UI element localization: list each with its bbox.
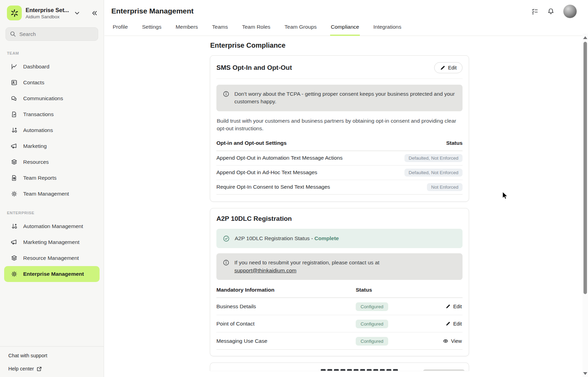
sidebar-item-label: Enterprise Management — [23, 271, 84, 277]
table-row: Point of Contact Configured Edit — [216, 315, 463, 332]
tab-team-groups[interactable]: Team Groups — [284, 24, 317, 36]
table-row: Messaging Use Case Configured View — [216, 332, 463, 350]
a2p-card-header: A2P 10DLC Registration — [216, 208, 463, 225]
search-input[interactable] — [19, 31, 94, 37]
sidebar-item-marketing-management[interactable]: Marketing Management — [4, 234, 100, 250]
support-email-link[interactable]: support@thinkaidium.com — [234, 267, 296, 273]
automation-arrows-icon — [10, 127, 18, 134]
point-of-contact-edit-button[interactable]: Edit — [446, 321, 463, 327]
line-chart-icon — [10, 63, 18, 70]
notifications-bell-icon[interactable] — [547, 8, 555, 16]
optin-table-header: Opt-in and Opt-out Settings Status — [216, 135, 463, 151]
main-area: Enterprise Management Profile Settings M… — [104, 0, 588, 377]
sidebar: Enterprise Set... Aidium Sandbox TEAM — [0, 0, 104, 377]
status-badge: Defaulted, Not Enforced — [404, 169, 463, 177]
sidebar-item-label: Transactions — [23, 111, 54, 117]
tab-teams[interactable]: Teams — [212, 24, 229, 36]
info-icon — [223, 91, 230, 106]
sidebar-item-communications[interactable]: Communications — [4, 91, 100, 106]
external-link-icon — [37, 366, 42, 371]
info-icon — [223, 259, 230, 274]
sidebar-item-label: Resources — [23, 159, 49, 165]
collapse-sidebar-icon[interactable] — [90, 9, 99, 17]
scrollbar-thumb[interactable] — [584, 42, 587, 294]
tab-settings[interactable]: Settings — [141, 24, 162, 36]
vertical-scrollbar — [582, 34, 588, 377]
tab-members[interactable]: Members — [175, 24, 199, 36]
tab-bar: Profile Settings Members Teams Team Role… — [112, 24, 402, 36]
chevron-down-icon[interactable] — [74, 10, 80, 16]
sidebar-item-team-reports[interactable]: Team Reports — [4, 170, 100, 186]
sidebar-item-label: Marketing Management — [23, 239, 80, 245]
workspace-switcher[interactable]: Enterprise Set... Aidium Sandbox — [0, 0, 104, 22]
help-center-label: Help center — [8, 366, 34, 371]
status-badge: Not Enforced — [427, 183, 463, 191]
sidebar-item-marketing[interactable]: Marketing — [4, 138, 100, 154]
configured-badge: Configured — [356, 320, 388, 328]
section-label-team: TEAM — [0, 42, 104, 59]
messaging-use-case-view-button[interactable]: View — [443, 338, 463, 344]
tab-integrations[interactable]: Integrations — [373, 24, 402, 36]
sidebar-item-transactions[interactable]: Transactions — [4, 106, 100, 122]
workspace-name: Enterprise Set... — [26, 7, 69, 13]
sms-description: Build trust with your customers and busi… — [217, 117, 462, 133]
pencil-icon — [446, 304, 450, 309]
sidebar-nav: TEAM Dashboard Contacts Communications — [0, 42, 104, 282]
mandatory-col-info: Mandatory Information — [216, 287, 356, 293]
chat-bubbles-icon — [10, 95, 18, 102]
action-label: View — [451, 338, 462, 344]
help-center-link[interactable]: Help center — [8, 366, 104, 371]
action-label: Edit — [453, 321, 462, 327]
document-icon — [10, 111, 18, 118]
tab-profile[interactable]: Profile — [112, 24, 129, 36]
table-row: Append Opt-Out in Automation Text Messag… — [216, 151, 463, 166]
chat-with-support-link[interactable]: Chat with support — [8, 353, 104, 358]
resubmit-info-text: If you need to resubmit your registratio… — [234, 259, 380, 274]
chat-support-label: Chat with support — [8, 353, 47, 358]
a2p-status-prefix: A2P 10DLC Registration Status - — [235, 235, 315, 241]
a2p-status-text: A2P 10DLC Registration Status - Complete — [235, 235, 339, 242]
resubmit-text: If you need to resubmit your registratio… — [234, 260, 380, 265]
sidebar-item-automation-management[interactable]: Automation Management — [4, 218, 100, 234]
mandatory-table-header: Mandatory Information Status — [216, 281, 463, 298]
sidebar-item-team-management[interactable]: Team Management — [4, 186, 100, 202]
tab-compliance[interactable]: Compliance — [330, 24, 360, 36]
search-box[interactable] — [6, 27, 98, 41]
sidebar-item-contacts[interactable]: Contacts — [4, 75, 100, 91]
sms-card-title: SMS Opt-In and Opt-Out — [216, 64, 292, 72]
table-row: Require Opt-In Consent to Send Text Mess… — [216, 180, 463, 195]
setting-label: Append Opt-Out in Ad-Hoc Text Messages — [216, 169, 317, 176]
sidebar-item-resources[interactable]: Resources — [4, 154, 100, 170]
sidebar-item-resource-management[interactable]: Resource Management — [4, 250, 100, 266]
next-card-partial — [210, 362, 469, 371]
sidebar-item-label: Team Management — [23, 191, 69, 197]
section-heading: Enterprise Compliance — [210, 41, 469, 49]
sms-edit-label: Edit — [448, 65, 457, 70]
sidebar-item-label: Dashboard — [23, 64, 49, 70]
automation-arrows-icon — [10, 223, 18, 230]
sidebar-item-label: Resource Management — [23, 255, 79, 261]
header-actions — [531, 4, 577, 18]
tasks-checklist-icon[interactable] — [531, 8, 539, 15]
contact-card-icon — [10, 79, 18, 86]
megaphone-icon — [10, 239, 18, 246]
pencil-icon — [440, 65, 445, 70]
sidebar-item-dashboard[interactable]: Dashboard — [4, 59, 100, 75]
sidebar-item-label: Automation Management — [23, 223, 83, 229]
sidebar-item-enterprise-management[interactable]: Enterprise Management — [4, 266, 100, 282]
table-row: Business Details Configured Edit — [216, 298, 463, 315]
eye-icon — [443, 338, 448, 344]
user-avatar[interactable] — [563, 4, 577, 18]
sms-edit-button[interactable]: Edit — [434, 62, 463, 73]
business-details-edit-button[interactable]: Edit — [446, 304, 463, 309]
tab-team-roles[interactable]: Team Roles — [241, 24, 271, 36]
megaphone-icon — [10, 143, 18, 150]
scroll-down-arrow[interactable] — [583, 372, 587, 375]
page-title: Enterprise Management — [111, 7, 194, 15]
sms-card-header: SMS Opt-In and Opt-Out Edit — [216, 56, 463, 79]
scroll-up-arrow[interactable] — [583, 36, 587, 39]
app-window: Enterprise Set... Aidium Sandbox TEAM — [0, 0, 588, 377]
report-doc-icon — [10, 175, 18, 181]
optin-col-settings: Opt-in and Opt-out Settings — [216, 140, 287, 146]
sidebar-item-automations[interactable]: Automations — [4, 122, 100, 138]
